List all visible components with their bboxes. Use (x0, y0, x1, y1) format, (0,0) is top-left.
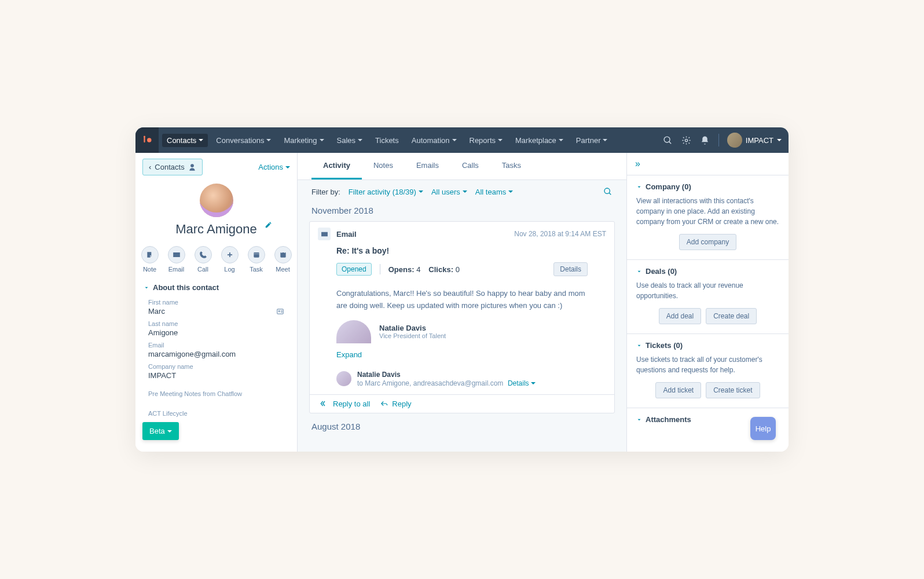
tab-calls[interactable]: Calls (450, 153, 490, 179)
signature-name: Natalie Davis (379, 324, 446, 332)
create-deal-button[interactable]: Create deal (706, 308, 757, 324)
card-icon (276, 307, 284, 316)
tickets-section: Tickets (0) Use tickets to track all of … (627, 334, 789, 408)
field-company[interactable]: Company name IMPACT (135, 361, 297, 382)
tickets-header[interactable]: Tickets (0) (636, 341, 779, 350)
expand-link[interactable]: Expand (310, 347, 614, 366)
recipient-avatar (336, 371, 351, 386)
contact-avatar[interactable] (200, 184, 233, 217)
left-panel: ‹Contacts Actions Marc Amigone Note Emai… (135, 153, 298, 452)
nav-right: IMPACT (663, 133, 782, 148)
account-switcher[interactable]: IMPACT (727, 133, 782, 148)
deals-header[interactable]: Deals (0) (636, 267, 779, 276)
svg-rect-4 (254, 252, 259, 258)
svg-point-0 (147, 138, 152, 142)
reply-bar: Reply to all Reply (310, 394, 614, 413)
beta-button[interactable]: Beta (142, 422, 179, 440)
add-deal-button[interactable]: Add deal (659, 308, 701, 324)
nav-marketplace[interactable]: Marketplace (511, 134, 568, 147)
filter-teams[interactable]: All teams (475, 188, 513, 196)
reply-link[interactable]: Reply (380, 400, 411, 408)
divider (718, 134, 719, 146)
contact-name: Marc Amigone (135, 222, 297, 237)
svg-point-3 (685, 139, 688, 141)
svg-point-8 (604, 188, 610, 193)
add-ticket-button[interactable]: Add ticket (655, 382, 701, 398)
email-button[interactable]: Email (168, 246, 185, 273)
help-button[interactable]: Help (750, 417, 776, 440)
nav-sales[interactable]: Sales (332, 134, 368, 147)
pencil-icon[interactable] (265, 221, 273, 229)
nav-conversations[interactable]: Conversations (211, 134, 276, 147)
opens-stat: Opens: 4 (388, 265, 421, 274)
bell-icon[interactable] (700, 135, 710, 145)
email-timestamp: Nov 28, 2018 at 9:14 AM EST (514, 230, 606, 238)
search-icon[interactable] (603, 187, 613, 196)
email-type: Email (336, 230, 357, 239)
nav-marketing[interactable]: Marketing (279, 134, 328, 147)
actions-dropdown[interactable]: Actions (258, 163, 290, 171)
middle-panel: Activity Notes Emails Calls Tasks Filter… (298, 153, 626, 452)
tab-tasks[interactable]: Tasks (490, 153, 533, 179)
reply-all-link[interactable]: Reply to all (320, 400, 370, 408)
field-value: Marc (148, 307, 165, 316)
quick-actions: Note Email Call Log Task Meet (135, 244, 297, 278)
email-card: Email Nov 28, 2018 at 9:14 AM EST Re: It… (309, 221, 615, 413)
back-contacts-button[interactable]: ‹Contacts (142, 159, 203, 175)
note-button[interactable]: Note (141, 246, 159, 273)
nav-partner[interactable]: Partner (571, 134, 613, 147)
app-window: Contacts Conversations Marketing Sales T… (135, 127, 789, 452)
gear-icon[interactable] (681, 135, 692, 145)
svg-point-2 (664, 137, 670, 142)
nav-automation[interactable]: Automation (407, 134, 461, 147)
svg-point-1 (144, 136, 145, 138)
field-label: Company name (148, 363, 284, 370)
search-icon[interactable] (663, 135, 673, 145)
filter-row: Filter by: Filter activity (18/39) All u… (298, 180, 626, 203)
recipient-details[interactable]: Details (508, 379, 536, 387)
field-label: Last name (148, 320, 284, 327)
tab-emails[interactable]: Emails (405, 153, 450, 179)
field-last-name[interactable]: Last name Amigone (135, 318, 297, 339)
filter-activity[interactable]: Filter activity (18/39) (349, 188, 423, 196)
nav-tickets[interactable]: Tickets (371, 134, 404, 147)
avatar (727, 133, 742, 148)
field-value: marcamigone@gmail.com (148, 350, 236, 358)
filter-label: Filter by: (311, 188, 340, 196)
tabs: Activity Notes Emails Calls Tasks (298, 153, 626, 180)
about-section-header[interactable]: About this contact (135, 278, 297, 296)
svg-rect-5 (280, 252, 285, 258)
tickets-desc: Use tickets to track all of your custome… (636, 354, 779, 375)
signature-title: Vice President of Talent (379, 332, 446, 339)
details-button[interactable]: Details (553, 262, 588, 276)
field-first-name[interactable]: First name Marc (135, 296, 297, 318)
task-button[interactable]: Task (248, 246, 265, 273)
tab-activity[interactable]: Activity (311, 153, 362, 179)
create-ticket-button[interactable]: Create ticket (706, 382, 760, 398)
email-icon (318, 228, 331, 240)
company-header[interactable]: Company (0) (636, 182, 779, 191)
svg-point-7 (278, 310, 280, 312)
opened-chip: Opened (336, 263, 372, 276)
nav-contacts[interactable]: Contacts (162, 134, 208, 147)
deals-section: Deals (0) Use deals to track all your re… (627, 259, 789, 334)
month-header: November 2018 (298, 203, 626, 221)
clicks-stat: Clicks: 0 (428, 265, 460, 274)
company-section: Company (0) View all interactions with t… (627, 175, 789, 259)
field-email[interactable]: Email marcamigone@gmail.com (135, 339, 297, 361)
body: ‹Contacts Actions Marc Amigone Note Emai… (135, 153, 789, 452)
nav-reports[interactable]: Reports (465, 134, 508, 147)
hubspot-logo[interactable] (135, 127, 159, 153)
field-value: Amigone (148, 328, 178, 337)
add-company-button[interactable]: Add company (679, 234, 736, 250)
filter-users[interactable]: All users (431, 188, 467, 196)
recipient-row: Natalie Davis to Marc Amigone, andreasac… (310, 366, 614, 394)
mini-note-1: Pre Meeting Notes from Chatflow (135, 389, 297, 398)
tab-notes[interactable]: Notes (362, 153, 405, 179)
meet-button[interactable]: Meet (274, 246, 292, 273)
log-button[interactable]: Log (221, 246, 239, 273)
right-panel: » Company (0) View all interactions with… (626, 153, 789, 452)
field-label: Email (148, 342, 284, 349)
collapse-icon[interactable]: » (627, 153, 789, 175)
call-button[interactable]: Call (195, 246, 212, 273)
